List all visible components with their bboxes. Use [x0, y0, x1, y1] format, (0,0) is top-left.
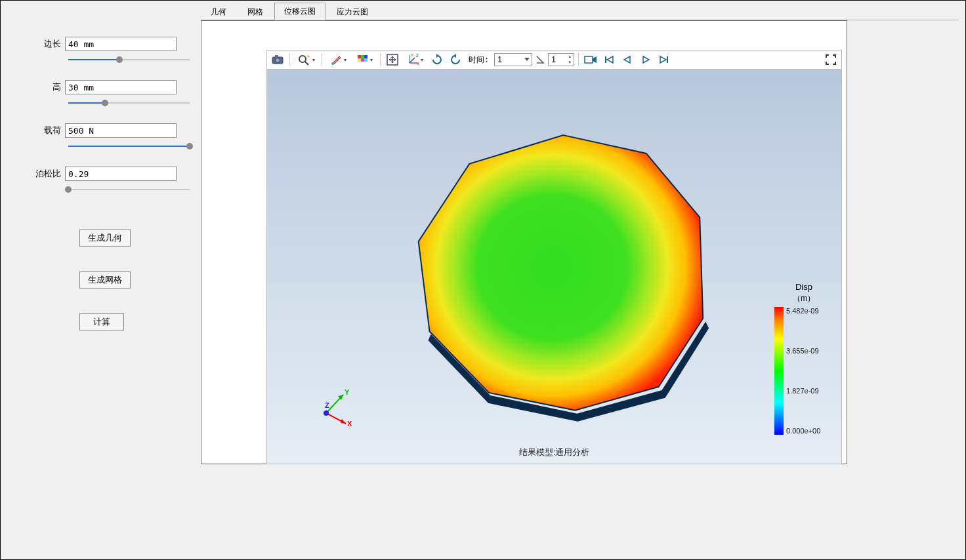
svg-rect-7	[358, 55, 361, 58]
svg-point-3	[299, 56, 306, 62]
svg-point-6	[331, 62, 334, 65]
tab-mesh[interactable]: 网格	[238, 3, 273, 20]
svg-text:Y: Y	[345, 388, 350, 396]
play-icon[interactable]	[638, 52, 654, 68]
param-label-load: 载荷	[12, 125, 65, 136]
svg-marker-27	[643, 56, 649, 63]
param-input-load[interactable]	[65, 123, 177, 138]
zoom-icon[interactable]: ▾	[294, 52, 318, 68]
param-label-edge: 边长	[12, 38, 65, 50]
svg-text:Z: Z	[416, 54, 419, 58]
svg-point-1	[276, 58, 280, 63]
svg-marker-26	[624, 56, 630, 63]
svg-line-16	[410, 58, 415, 63]
param-label-height: 高	[12, 81, 65, 93]
svg-line-4	[305, 62, 308, 65]
step-back-icon[interactable]	[620, 52, 635, 68]
tabs-bar: 几何 网格 位移云图 应力云图	[201, 4, 959, 20]
compute-button[interactable]: 计算	[79, 313, 124, 330]
legend-title: Disp	[774, 282, 833, 292]
color-legend: Disp （m） 5.482e-09 3.655e-09 1.827e-09 0…	[774, 282, 833, 435]
legend-tick: 0.000e+00	[786, 427, 820, 435]
param-slider-poisson[interactable]	[68, 184, 190, 197]
generate-geometry-button[interactable]: 生成几何	[79, 230, 131, 247]
svg-rect-8	[361, 55, 364, 58]
camera-record-icon[interactable]	[583, 52, 598, 68]
svg-marker-20	[436, 54, 439, 58]
generate-mesh-button[interactable]: 生成网格	[79, 271, 131, 289]
legend-tick: 5.482e-09	[786, 307, 820, 315]
svg-text:X: X	[347, 420, 352, 428]
param-slider-edge[interactable]	[68, 54, 190, 67]
svg-text:X: X	[417, 62, 419, 66]
fit-view-icon[interactable]	[385, 52, 400, 68]
brush-icon[interactable]: ▾	[326, 52, 350, 68]
time-dropdown[interactable]: 1	[494, 53, 532, 66]
skip-end-icon[interactable]	[656, 52, 672, 68]
svg-rect-2	[275, 55, 278, 58]
svg-rect-29	[667, 56, 668, 63]
step-spinner[interactable]: 1 ▲▼	[548, 53, 574, 66]
svg-marker-5	[307, 55, 310, 58]
viewport-toolbar: ▾ ▾ ▾ ZYX ▾ 时间: 1	[266, 50, 842, 70]
param-label-poisson: 泊松比	[12, 168, 65, 180]
angle-icon[interactable]	[535, 52, 545, 68]
tab-geometry[interactable]: 几何	[201, 3, 236, 20]
param-input-height[interactable]	[65, 80, 177, 94]
svg-marker-25	[607, 56, 613, 63]
svg-text:Y: Y	[411, 54, 413, 57]
svg-point-38	[324, 410, 329, 416]
svg-rect-10	[358, 58, 361, 62]
rotate-ccw-icon[interactable]	[429, 52, 445, 68]
cube-color-icon[interactable]: ▾	[352, 52, 376, 68]
legend-unit: （m）	[774, 293, 833, 304]
svg-text:Z: Z	[325, 401, 329, 409]
param-slider-height[interactable]	[68, 97, 190, 110]
svg-rect-9	[364, 55, 368, 58]
time-label: 时间:	[466, 54, 492, 66]
svg-marker-28	[660, 56, 666, 63]
svg-rect-12	[364, 58, 368, 62]
camera-icon[interactable]	[270, 52, 285, 68]
tab-stress[interactable]: 应力云图	[327, 3, 378, 20]
sidebar: 边长 高 载荷 泊松比	[1, 1, 201, 559]
svg-marker-33	[341, 419, 346, 424]
param-input-poisson[interactable]	[65, 167, 177, 181]
legend-gradient-bar	[774, 307, 784, 435]
viewport-3d[interactable]: X Y Z Disp （m） 5.482e-09 3.655e-09 1.827…	[266, 69, 842, 464]
legend-tick: 3.655e-09	[786, 347, 820, 355]
param-input-edge[interactable]	[65, 37, 177, 51]
skip-start-icon[interactable]	[601, 52, 617, 68]
param-slider-load[interactable]	[68, 140, 190, 153]
model-caption: 结果模型:通用分析	[267, 447, 841, 458]
svg-rect-22	[585, 56, 593, 63]
svg-rect-11	[361, 58, 364, 62]
svg-marker-23	[593, 56, 597, 63]
svg-marker-21	[453, 54, 456, 58]
axis-orient-icon[interactable]: ZYX ▾	[403, 52, 427, 68]
rotate-cw-icon[interactable]	[448, 52, 463, 68]
axis-gizmo: X Y Z	[318, 388, 358, 428]
tab-displacement[interactable]: 位移云图	[274, 3, 326, 20]
fullscreen-icon[interactable]	[823, 52, 839, 68]
legend-tick: 1.827e-09	[786, 387, 820, 395]
